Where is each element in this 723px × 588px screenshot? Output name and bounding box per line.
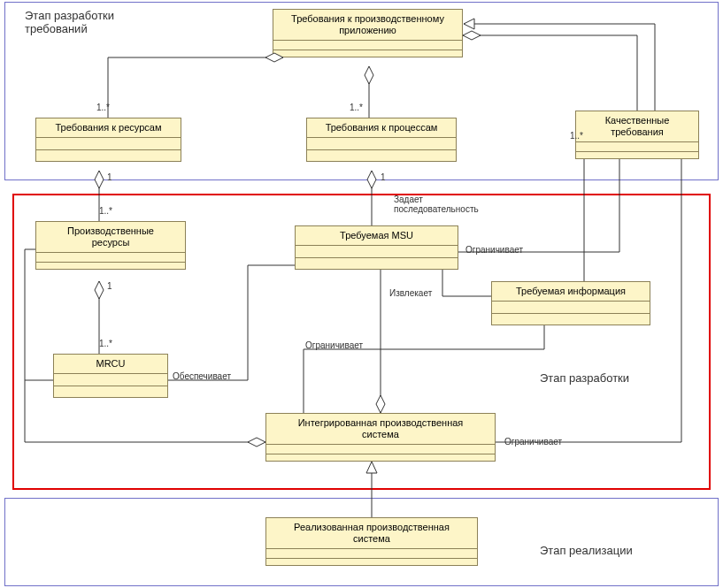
mult: 1..* xyxy=(96,103,110,112)
class-title: Требования к производственному приложени… xyxy=(273,10,462,41)
class-title: Требования к процессам xyxy=(307,118,456,138)
mult: 1..* xyxy=(570,131,583,141)
class-int-sys: Интегрированная производственная система xyxy=(265,413,496,462)
class-res-req: Требования к ресурсам xyxy=(35,118,181,162)
mult: 1 xyxy=(381,172,386,182)
label-provides: Обеспечивает xyxy=(173,371,231,381)
class-title: Качественные требования xyxy=(576,111,698,142)
label-sequence: Задает последовательность xyxy=(394,195,479,214)
label-restricts-1: Ограничивает xyxy=(465,245,523,255)
frame-label-impl: Этап реализации xyxy=(540,544,633,557)
class-qual-req: Качественные требования xyxy=(575,111,699,159)
class-req-msu: Требуемая MSU xyxy=(295,225,458,270)
diagram-canvas: Этап разработки требований Этап разработ… xyxy=(0,0,723,588)
class-proc-req: Требования к процессам xyxy=(306,118,457,162)
label-extracts: Извлекает xyxy=(389,288,432,298)
class-title: Требования к ресурсам xyxy=(36,118,181,138)
mult: 1 xyxy=(107,281,112,291)
label-restricts-3: Ограничивает xyxy=(504,437,562,447)
frame-label-req: Этап разработки требований xyxy=(25,9,114,35)
class-title: Требуемая информация xyxy=(492,282,650,302)
mult: 1..* xyxy=(99,206,112,216)
class-title: MRCU xyxy=(54,355,167,374)
class-prod-res: Производственные ресурсы xyxy=(35,221,186,270)
frame-label-dev: Этап разработки xyxy=(540,371,629,385)
class-app-req: Требования к производственному приложени… xyxy=(273,9,463,57)
class-title: Производственные ресурсы xyxy=(36,222,185,253)
class-impl-sys: Реализованная производственная система xyxy=(265,517,478,566)
class-req-info: Требуемая информация xyxy=(491,281,650,325)
mult: 1..* xyxy=(99,339,112,348)
class-title: Реализованная производственная система xyxy=(266,518,477,549)
label-restricts-2: Ограничивает xyxy=(305,340,363,350)
mult: 1 xyxy=(107,172,112,182)
class-title: Требуемая MSU xyxy=(296,226,458,246)
mult: 1..* xyxy=(350,103,363,112)
class-title: Интегрированная производственная система xyxy=(266,414,495,445)
class-mrcu: MRCU xyxy=(53,354,168,398)
